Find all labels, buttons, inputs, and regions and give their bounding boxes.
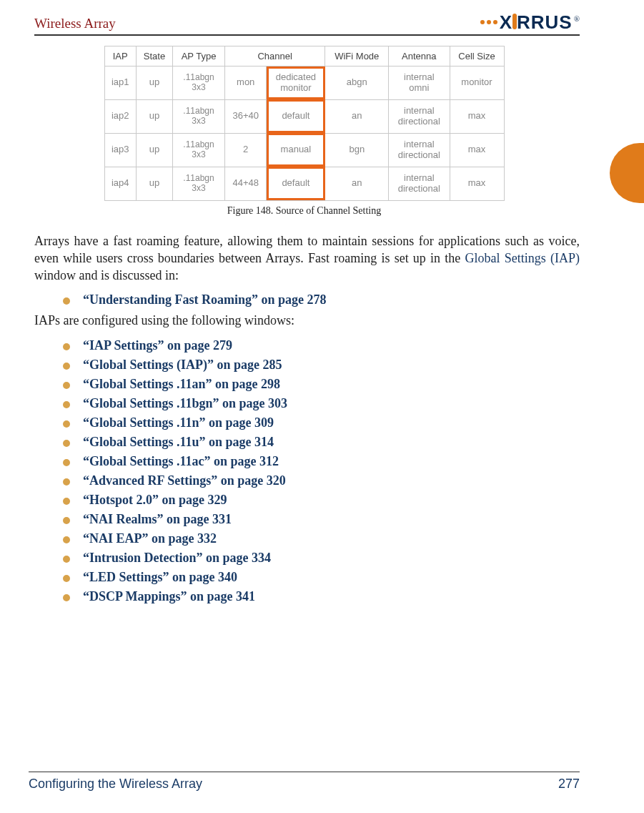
xref-link-item[interactable]: “Intrusion Detection” on page 334	[63, 551, 580, 566]
logo-dot-icon	[493, 20, 497, 24]
xref-link-item[interactable]: “Global Settings (IAP)” on page 285	[63, 358, 580, 373]
cell-iap: iap1	[104, 66, 136, 100]
cell-iap: iap4	[104, 167, 136, 200]
iap-settings-table: IAP State AP Type Channel WiFi Mode Ante…	[104, 46, 505, 201]
global-settings-link[interactable]: Global Settings (IAP)	[465, 251, 580, 265]
figure-caption: Figure 148. Source of Channel Setting	[104, 205, 505, 217]
xref-link-item[interactable]: “Global Settings .11n” on page 309	[63, 415, 580, 430]
logo-dot-icon	[487, 20, 491, 24]
table-header-row: IAP State AP Type Channel WiFi Mode Ante…	[104, 46, 504, 66]
cell-channel-source: dedicatedmonitor	[267, 66, 325, 100]
xref-link-item[interactable]: “Global Settings .11u” on page 314	[63, 435, 580, 450]
cell-iap: iap2	[104, 99, 136, 133]
xref-list-2: “IAP Settings” on page 279“Global Settin…	[63, 338, 580, 604]
logo-trademark: ®	[574, 14, 580, 23]
table-row: iap3up.11abgn3x32manualbgninternaldirect…	[104, 133, 504, 167]
col-channel: Channel	[224, 46, 325, 66]
cell-size: monitor	[450, 66, 504, 100]
xref-link-item[interactable]: “Global Settings .11bgn” on page 303	[63, 396, 580, 411]
xref-link-item[interactable]: “NAI EAP” on page 332	[63, 531, 580, 546]
xref-link-item[interactable]: “Hotspot 2.0” on page 329	[63, 493, 580, 508]
cell-aptype: .11abgn3x3	[173, 66, 225, 100]
cell-antenna: internaldirectional	[389, 133, 450, 167]
xref-link-item[interactable]: “Understanding Fast Roaming” on page 278	[63, 292, 580, 307]
paragraph-2: IAPs are configured using the following …	[34, 312, 580, 329]
table-row: iap2up.11abgn3x336+40defaultaninternaldi…	[104, 99, 504, 133]
cell-state: up	[136, 133, 172, 167]
xref-link-item[interactable]: “NAI Realms” on page 331	[63, 512, 580, 527]
cell-state: up	[136, 66, 172, 100]
cell-size: max	[450, 133, 504, 167]
cell-wifi: abgn	[325, 66, 389, 100]
cell-channel-source: manual	[267, 133, 325, 167]
xref-list-1: “Understanding Fast Roaming” on page 278	[63, 292, 580, 307]
figure-wrapper: IAP State AP Type Channel WiFi Mode Ante…	[104, 46, 505, 217]
footer-page-number: 277	[558, 777, 580, 792]
logo-i-icon	[512, 14, 517, 29]
brand-logo: XRRUS ®	[480, 13, 580, 31]
side-thumb-tab	[610, 143, 644, 203]
xref-link-item[interactable]: “Global Settings .11ac” on page 312	[63, 454, 580, 469]
paragraph-1: Arrays have a fast roaming feature, allo…	[34, 232, 580, 285]
xref-link-item[interactable]: “DSCP Mappings” on page 341	[63, 589, 580, 604]
cell-channel-value: mon	[224, 66, 266, 100]
cell-channel-value: 2	[224, 133, 266, 167]
cell-wifi: an	[325, 99, 389, 133]
cell-antenna: internaldirectional	[389, 167, 450, 200]
col-wifi: WiFi Mode	[325, 46, 389, 66]
xref-link-item[interactable]: “LED Settings” on page 340	[63, 570, 580, 585]
footer-section: Configuring the Wireless Array	[29, 777, 202, 792]
cell-wifi: an	[325, 167, 389, 200]
cell-channel-source: default	[267, 167, 325, 200]
cell-aptype: .11abgn3x3	[173, 167, 225, 200]
xref-link-item[interactable]: “Global Settings .11an” on page 298	[63, 377, 580, 392]
cell-aptype: .11abgn3x3	[173, 99, 225, 133]
para1-b: window and is discussed in:	[34, 268, 179, 282]
xref-link-item[interactable]: “IAP Settings” on page 279	[63, 338, 580, 353]
cell-channel-value: 36+40	[224, 99, 266, 133]
logo-text: XRRUS	[500, 13, 573, 31]
cell-wifi: bgn	[325, 133, 389, 167]
cell-state: up	[136, 167, 172, 200]
cell-size: max	[450, 99, 504, 133]
cell-state: up	[136, 99, 172, 133]
cell-aptype: .11abgn3x3	[173, 133, 225, 167]
cell-iap: iap3	[104, 133, 136, 167]
table-row: iap1up.11abgn3x3mondedicatedmonitorabgni…	[104, 66, 504, 100]
col-aptype: AP Type	[173, 46, 225, 66]
col-antenna: Antenna	[389, 46, 450, 66]
logo-dot-icon	[480, 20, 485, 24]
col-iap: IAP	[104, 46, 136, 66]
cell-channel-source: default	[267, 99, 325, 133]
page-footer: Configuring the Wireless Array 277	[29, 772, 580, 792]
cell-channel-value: 44+48	[224, 167, 266, 200]
cell-antenna: internaldirectional	[389, 99, 450, 133]
table-row: iap4up.11abgn3x344+48defaultaninternaldi…	[104, 167, 504, 200]
xref-link-item[interactable]: “Advanced RF Settings” on page 320	[63, 473, 580, 488]
cell-antenna: internalomni	[389, 66, 450, 100]
col-state: State	[136, 46, 172, 66]
header-title: Wireless Array	[34, 16, 116, 31]
col-cell: Cell Size	[450, 46, 504, 66]
page-header: Wireless Array XRRUS ®	[34, 13, 580, 36]
cell-size: max	[450, 167, 504, 200]
